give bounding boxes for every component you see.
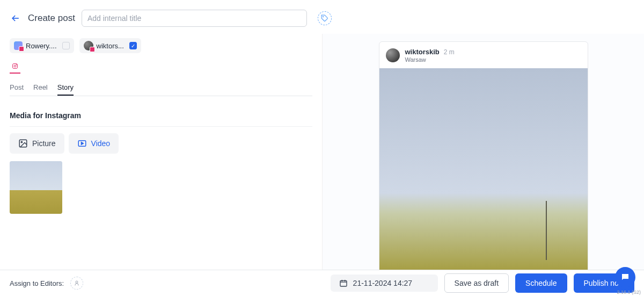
calendar-icon <box>339 279 348 287</box>
platform-icon-row <box>10 63 312 78</box>
assign-editors-button[interactable] <box>70 277 83 290</box>
account-name: wiktors... <box>97 42 124 50</box>
left-panel: Rowery.... wiktors... ✓ Post Reel Story … <box>0 34 322 277</box>
preview-header: wiktorskib 2 m Warsaw <box>379 42 588 68</box>
account-chip[interactable]: wiktors... ✓ <box>79 38 141 53</box>
svg-marker-7 <box>81 142 83 145</box>
tag-icon <box>321 15 328 22</box>
preview-meta: wiktorskib 2 m Warsaw <box>405 47 455 63</box>
platform-tabs: Post Reel Story <box>10 63 312 96</box>
picture-button[interactable]: Picture <box>10 133 64 154</box>
account-checkbox[interactable]: ✓ <box>129 42 137 49</box>
thumbnail-image <box>10 161 62 214</box>
svg-point-8 <box>76 281 78 283</box>
media-thumbnail[interactable] <box>10 161 62 214</box>
top-bar: Create post <box>0 0 644 34</box>
video-icon <box>77 139 87 148</box>
account-avatar <box>84 41 93 50</box>
back-button[interactable] <box>10 12 21 24</box>
account-list: Rowery.... wiktors... ✓ <box>10 34 312 63</box>
preview-card: wiktorskib 2 m Warsaw <box>379 41 588 277</box>
preview-image <box>379 68 588 276</box>
version-label: 2.16.1 (S2) <box>617 290 641 295</box>
preview-image-tree <box>528 196 565 260</box>
schedule-button[interactable]: Schedule <box>515 273 567 293</box>
internal-title-input[interactable] <box>82 10 307 27</box>
main-layout: Rowery.... wiktors... ✓ Post Reel Story … <box>0 34 644 277</box>
schedule-datetime-picker[interactable]: 21-11-2024 14:27 <box>331 275 438 292</box>
picture-icon <box>18 139 28 148</box>
preview-location: Warsaw <box>405 56 455 63</box>
arrow-left-icon <box>10 13 21 24</box>
account-chip[interactable]: Rowery.... <box>10 38 74 53</box>
instagram-badge-icon <box>90 47 95 52</box>
chat-icon <box>620 272 630 282</box>
instagram-badge-icon <box>19 46 24 52</box>
video-button-label: Video <box>91 139 111 148</box>
add-tag-button[interactable] <box>318 11 332 25</box>
account-name: Rowery.... <box>26 42 57 50</box>
preview-username: wiktorskib <box>405 48 440 56</box>
instagram-icon[interactable] <box>10 63 20 74</box>
svg-point-5 <box>21 141 22 142</box>
media-button-row: Picture Video <box>10 133 312 154</box>
user-plus-icon <box>74 280 80 286</box>
page-title: Create post <box>28 13 75 24</box>
video-button[interactable]: Video <box>69 133 119 154</box>
svg-point-0 <box>323 17 323 17</box>
preview-time: 2 m <box>444 48 455 56</box>
preview-panel: wiktorskib 2 m Warsaw <box>322 34 644 277</box>
subtab-reel[interactable]: Reel <box>33 83 48 96</box>
svg-point-3 <box>16 64 17 65</box>
post-type-tabs: Post Reel Story <box>10 78 312 96</box>
picture-button-label: Picture <box>32 139 56 148</box>
media-section-label: Media for Instagram <box>10 104 312 127</box>
subtab-story[interactable]: Story <box>57 83 74 96</box>
chat-fab[interactable] <box>615 267 635 287</box>
schedule-datetime-value: 21-11-2024 14:27 <box>353 279 413 287</box>
svg-rect-9 <box>340 280 347 286</box>
account-checkbox[interactable] <box>62 42 70 49</box>
save-draft-button[interactable]: Save as draft <box>444 273 509 293</box>
footer-bar: Assign to Editors: 21-11-2024 14:27 Save… <box>0 270 644 296</box>
assign-editors-label: Assign to Editors: <box>10 279 64 287</box>
svg-point-2 <box>14 65 16 67</box>
subtab-post[interactable]: Post <box>10 83 24 96</box>
preview-avatar <box>386 48 400 62</box>
account-avatar <box>14 41 23 50</box>
